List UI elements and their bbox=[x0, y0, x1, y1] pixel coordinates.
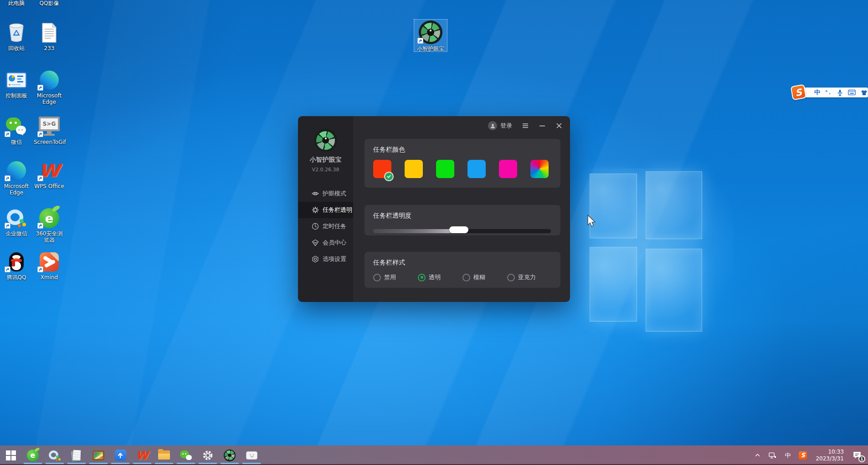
ime-skin-icon[interactable] bbox=[861, 90, 868, 96]
taskbar-360-browser[interactable]: e bbox=[22, 445, 44, 465]
desktop-icon-screentogif[interactable]: S>G ScreenToGif bbox=[34, 116, 65, 145]
screentogif-icon: S>G bbox=[39, 116, 60, 138]
desktop-icon-this-pc[interactable]: 此电脑 bbox=[1, 0, 32, 6]
notification-badge: 1 bbox=[858, 455, 865, 462]
radio-circle bbox=[418, 274, 426, 281]
shortcut-arrow-icon bbox=[37, 131, 43, 137]
desktop-icon-xmind[interactable]: Xmind bbox=[34, 251, 65, 281]
slider-handle[interactable] bbox=[449, 226, 468, 233]
ime-punctuation-icon[interactable]: °， bbox=[825, 88, 832, 97]
desktop-icon-label: Microsoft Edge bbox=[1, 183, 32, 196]
desktop-icon-label: ScreenToGif bbox=[34, 139, 65, 145]
radio-blur[interactable]: 模糊 bbox=[462, 273, 507, 281]
tray-expand-chevron[interactable] bbox=[750, 445, 765, 465]
ime-chinese-mode[interactable]: 中 bbox=[814, 88, 820, 97]
taskbar-notepad[interactable] bbox=[66, 445, 87, 465]
color-swatch-yellow[interactable] bbox=[405, 160, 423, 178]
wecom-icon bbox=[49, 450, 61, 461]
sidebar-item-eye-protection[interactable]: 护眼模式 bbox=[298, 185, 353, 202]
desktop-icon-control-panel[interactable]: 控制面板 bbox=[1, 69, 32, 99]
shortcut-arrow-icon bbox=[37, 85, 43, 91]
taskbar-assistant[interactable] bbox=[241, 445, 262, 465]
desktop-icon-wecom[interactable]: 企业微信 bbox=[1, 207, 32, 237]
windows-logo-pane bbox=[646, 171, 702, 239]
minimize-icon bbox=[539, 123, 545, 129]
tray-clock[interactable]: 10:33 2023/3/31 bbox=[811, 449, 848, 462]
color-swatch-green[interactable] bbox=[436, 160, 454, 178]
desktop-icon-edge-2[interactable]: Microsoft Edge bbox=[1, 160, 32, 196]
windows-logo-icon bbox=[6, 450, 16, 460]
wechat-icon bbox=[180, 450, 192, 461]
tray-input-language[interactable]: 中 bbox=[781, 445, 795, 465]
edge-icon bbox=[6, 160, 27, 182]
section-title: 任务栏样式 bbox=[373, 259, 552, 267]
radio-circle bbox=[373, 274, 381, 281]
ime-keyboard-icon[interactable] bbox=[848, 90, 856, 95]
desktop-icon-360-browser[interactable]: e 360安全浏览器 bbox=[34, 207, 65, 243]
desktop-icon-edge[interactable]: Microsoft Edge bbox=[34, 69, 65, 105]
desktop-icon-label: 企业微信 bbox=[1, 230, 32, 237]
login-button[interactable]: 登录 bbox=[488, 121, 512, 130]
sidebar-item-membership[interactable]: 会员中心 bbox=[298, 235, 353, 251]
minimize-button[interactable] bbox=[539, 122, 546, 129]
ime-toolbar: 中 °， S bbox=[791, 87, 868, 98]
opacity-slider[interactable] bbox=[373, 228, 552, 235]
slider-fill bbox=[373, 229, 458, 233]
color-swatch-red[interactable] bbox=[373, 160, 391, 178]
sidebar-item-settings[interactable]: 选项设置 bbox=[298, 251, 353, 267]
desktop-icon-label: 小智护眼宝 bbox=[414, 46, 447, 52]
sogou-logo-icon[interactable]: S bbox=[791, 84, 807, 101]
sidebar-menu: 护眼模式 任务栏透明 定时任务 会员中心 选项设置 bbox=[298, 185, 353, 267]
clock-icon bbox=[312, 223, 319, 230]
action-center-button[interactable]: 1 bbox=[848, 445, 864, 465]
color-swatch-blue[interactable] bbox=[467, 160, 486, 178]
desktop-icon-wps[interactable]: W WPS Office bbox=[34, 160, 65, 189]
app-main-area: 登录 任务栏颜色 bbox=[353, 116, 570, 302]
desktop-icon-tencent-qq[interactable]: 腾讯QQ bbox=[1, 251, 32, 281]
desktop-icon-label: QQ影像 bbox=[34, 0, 65, 6]
radio-circle bbox=[507, 274, 515, 281]
selected-check-icon bbox=[385, 173, 393, 180]
taskbar-docs-upload[interactable] bbox=[109, 445, 131, 465]
desktop-icon-label: 腾讯QQ bbox=[1, 274, 32, 281]
tray-sogou[interactable]: S bbox=[795, 445, 811, 465]
taskbar-wps[interactable]: W bbox=[131, 445, 153, 465]
sidebar-item-label: 会员中心 bbox=[323, 239, 346, 247]
desktop-icon-wechat[interactable]: 微信 bbox=[1, 116, 32, 145]
color-swatch-rainbow[interactable] bbox=[530, 160, 549, 178]
sidebar-item-taskbar-transparency[interactable]: 任务栏透明 bbox=[298, 202, 353, 218]
network-icon bbox=[769, 452, 776, 459]
desktop-icon-qq-image[interactable]: QQ影像 bbox=[34, 0, 65, 6]
color-swatch-magenta[interactable] bbox=[499, 160, 517, 178]
tray-network[interactable] bbox=[765, 445, 781, 465]
wechat-icon bbox=[6, 116, 27, 138]
menu-button[interactable] bbox=[522, 122, 529, 129]
radio-transparent[interactable]: 透明 bbox=[418, 273, 462, 281]
taskbar-eyecare-app[interactable] bbox=[219, 445, 241, 465]
start-button[interactable] bbox=[0, 445, 22, 465]
chevron-up-icon bbox=[755, 453, 760, 457]
taskbar-settings[interactable] bbox=[197, 445, 219, 465]
user-avatar-icon bbox=[488, 121, 497, 130]
taskbar-wecom[interactable] bbox=[44, 445, 66, 465]
desktop-icon-recycle-bin[interactable]: 回收站 bbox=[1, 22, 32, 51]
sidebar-item-scheduled-tasks[interactable]: 定时任务 bbox=[298, 218, 353, 235]
taskbar-image-viewer[interactable] bbox=[87, 445, 109, 465]
sidebar-item-label: 任务栏透明 bbox=[323, 206, 352, 214]
desktop-icon-eyecare-app[interactable]: 小智护眼宝 bbox=[414, 19, 447, 52]
taskbar-opacity-card: 任务栏透明度 bbox=[365, 205, 560, 235]
taskbar-wechat[interactable] bbox=[175, 445, 197, 465]
ime-mic-icon[interactable] bbox=[837, 89, 843, 96]
wps-icon: W bbox=[136, 450, 148, 461]
notepad-icon bbox=[71, 450, 82, 461]
radio-acrylic[interactable]: 亚克力 bbox=[507, 273, 552, 281]
taskbar-file-explorer[interactable] bbox=[153, 445, 175, 465]
desktop-icon-label: WPS Office bbox=[34, 183, 65, 189]
wps-icon: W bbox=[39, 160, 60, 182]
desktop-icon-233-document[interactable]: 233 bbox=[34, 22, 65, 51]
radio-disable[interactable]: 禁用 bbox=[373, 273, 418, 281]
membership-badge-icon bbox=[312, 239, 319, 246]
system-tray: 中 S 10:33 2023/3/31 1 bbox=[750, 445, 868, 465]
shortcut-arrow-icon bbox=[37, 175, 43, 181]
close-button[interactable] bbox=[555, 122, 563, 129]
